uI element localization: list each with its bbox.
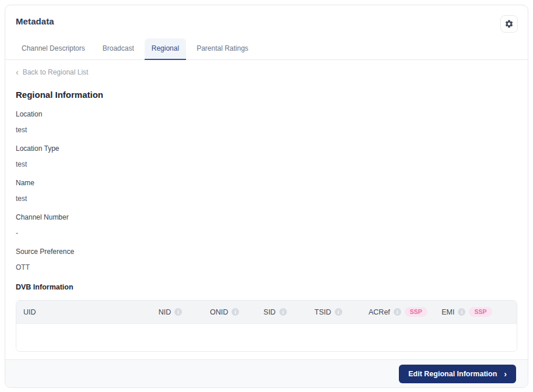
field-value: - (16, 229, 517, 237)
back-link-label: Back to Regional List (23, 68, 89, 76)
card-footer: Edit Regional Information › (5, 359, 528, 387)
info-icon[interactable]: i (394, 308, 401, 316)
column-label: SID (264, 308, 276, 316)
field-value: OTT (16, 263, 517, 271)
dvb-table-empty-body (16, 324, 517, 351)
tab-regional[interactable]: Regional (145, 38, 186, 60)
field-value: test (16, 195, 517, 203)
ssp-badge: SSP (405, 307, 427, 317)
field-label: Location Type (16, 144, 517, 153)
column-header-emi: EMI i SSP (434, 307, 517, 317)
dvb-table: UID NID i ONID i SID i TSID i (16, 300, 517, 352)
column-header-nid: NID i (152, 308, 203, 316)
settings-button[interactable] (500, 15, 518, 33)
card-header: Metadata (5, 5, 528, 26)
page-title: Metadata (16, 16, 517, 26)
info-icon[interactable]: i (232, 308, 239, 316)
field-source-preference: Source Preference OTT (16, 248, 517, 271)
regional-information-heading: Regional Information (16, 90, 517, 100)
back-to-regional-list-link[interactable]: ‹ Back to Regional List (16, 68, 88, 76)
metadata-card: Metadata Channel Descriptors Broadcast R… (5, 5, 528, 388)
column-label: ACRef (369, 308, 390, 316)
field-label: Channel Number (16, 213, 517, 221)
field-value: test (16, 126, 517, 134)
field-value: test (16, 160, 517, 168)
field-location-type: Location Type test (16, 144, 517, 168)
info-icon[interactable]: i (279, 308, 287, 316)
field-label: Source Preference (16, 248, 517, 256)
chevron-left-icon: ‹ (16, 69, 19, 76)
dvb-information-heading: DVB Information (16, 283, 517, 291)
field-label: Name (16, 179, 517, 187)
field-channel-number: Channel Number - (16, 213, 517, 237)
column-header-uid: UID (16, 308, 152, 316)
column-header-onid: ONID i (203, 308, 257, 316)
field-location: Location test (16, 110, 517, 134)
gear-icon (504, 19, 514, 29)
info-icon[interactable]: i (174, 308, 182, 316)
tab-broadcast[interactable]: Broadcast (96, 38, 141, 60)
edit-button-label: Edit Regional Information (408, 370, 497, 378)
dvb-table-header: UID NID i ONID i SID i TSID i (16, 301, 517, 324)
column-label: UID (23, 308, 36, 316)
chevron-right-icon: › (504, 371, 507, 377)
column-header-acref: ACRef i SSP (362, 307, 434, 317)
tab-channel-descriptors[interactable]: Channel Descriptors (15, 38, 92, 60)
column-label: ONID (210, 308, 228, 316)
column-label: TSID (314, 308, 331, 316)
column-label: NID (159, 308, 171, 316)
info-icon[interactable]: i (335, 308, 342, 316)
edit-regional-information-button[interactable]: Edit Regional Information › (399, 365, 516, 383)
tab-parental-ratings[interactable]: Parental Ratings (190, 38, 255, 60)
info-icon[interactable]: i (458, 308, 465, 316)
column-label: EMI (441, 308, 454, 316)
field-name: Name test (16, 179, 517, 203)
tab-bar: Channel Descriptors Broadcast Regional P… (5, 38, 528, 60)
field-label: Location (16, 110, 517, 118)
column-header-tsid: TSID i (307, 308, 362, 316)
column-header-sid: SID i (257, 308, 308, 316)
ssp-badge: SSP (469, 307, 492, 317)
regional-content: ‹ Back to Regional List Regional Informa… (5, 60, 528, 352)
